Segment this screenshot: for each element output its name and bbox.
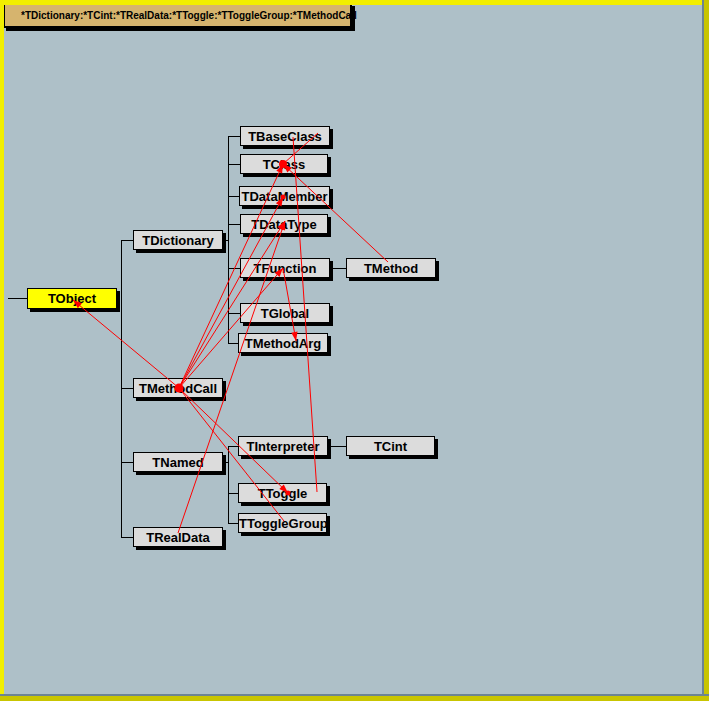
usage-link-lines bbox=[0, 0, 709, 701]
frame-border-bottom bbox=[0, 694, 709, 701]
class-node-ttogglegroup[interactable]: TToggleGroup bbox=[238, 513, 327, 533]
class-node-tglobal[interactable]: TGlobal bbox=[240, 303, 330, 323]
class-node-trealdata[interactable]: TRealData bbox=[133, 527, 223, 547]
frame-border-right bbox=[702, 0, 709, 701]
class-node-tcint[interactable]: TCint bbox=[346, 436, 435, 456]
class-node-tmethodarg[interactable]: TMethodArg bbox=[238, 333, 328, 353]
class-node-tfunction[interactable]: TFunction bbox=[240, 258, 330, 278]
class-node-tinterpreter[interactable]: TInterpreter bbox=[238, 436, 328, 456]
class-node-ttoggle[interactable]: TToggle bbox=[238, 483, 327, 503]
class-node-tdatamember[interactable]: TDataMember bbox=[239, 186, 330, 206]
title-pave[interactable]: *TDictionary:*TCint:*TRealData:*TToggle:… bbox=[3, 3, 352, 28]
class-node-tclass[interactable]: TClass bbox=[240, 154, 328, 174]
root-canvas-window: TObjectTDictionaryTMethodCallTNamedTReal… bbox=[0, 0, 709, 701]
class-node-tmethod[interactable]: TMethod bbox=[346, 258, 436, 278]
inheritance-tree-lines bbox=[0, 0, 709, 701]
class-node-tnamed[interactable]: TNamed bbox=[133, 452, 223, 472]
class-node-tbaseclass[interactable]: TBaseClass bbox=[240, 126, 330, 146]
class-node-tmethodcall[interactable]: TMethodCall bbox=[133, 378, 223, 398]
class-node-tdatatype[interactable]: TDataType bbox=[240, 214, 328, 234]
class-node-tdictionary[interactable]: TDictionary bbox=[133, 230, 223, 250]
frame-border-left bbox=[0, 0, 4, 701]
class-node-tobject[interactable]: TObject bbox=[27, 288, 117, 309]
